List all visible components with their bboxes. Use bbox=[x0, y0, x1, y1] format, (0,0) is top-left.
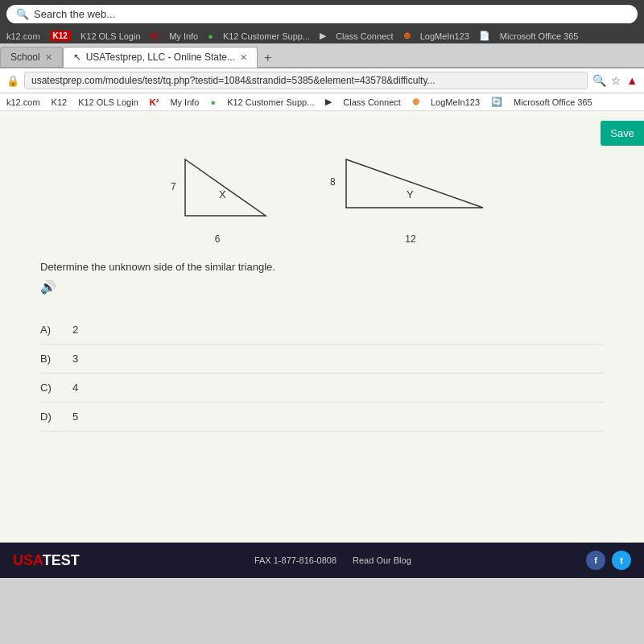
footer-blog[interactable]: Read Our Blog bbox=[353, 555, 411, 565]
nav2-microsoft-office[interactable]: Microsoft Office 365 bbox=[514, 97, 592, 107]
question-area: 7 X 6 8 Y 12 Determine the u bbox=[0, 111, 644, 448]
tri1-label-x: X bbox=[219, 188, 226, 200]
pdf-icon[interactable]: ▲ bbox=[626, 74, 638, 87]
search-bar-row: 🔍 Search the web... bbox=[0, 0, 644, 28]
browser-frame: 🔍 Search the web... k12.com K12 K12 OLS … bbox=[0, 0, 644, 111]
facebook-icon[interactable]: f bbox=[586, 551, 605, 570]
answer-options: A) 2 B) 3 C) 4 D) 5 bbox=[40, 316, 604, 431]
tab-school-label: School bbox=[10, 52, 40, 63]
address-url: usatestprep.com/modules/test/tq.php?test… bbox=[31, 75, 436, 86]
answer-row-a[interactable]: A) 2 bbox=[40, 316, 604, 345]
lock-icon: 🔒 bbox=[6, 75, 19, 87]
nav2-k12supp-icon: ● bbox=[210, 97, 216, 107]
nav2-k2-icon: K² bbox=[150, 97, 159, 107]
main-content: Save 7 X 6 bbox=[0, 111, 644, 578]
tab-school-close[interactable]: ✕ bbox=[45, 52, 52, 63]
nav2-class-connect[interactable]: Class Connect bbox=[343, 97, 401, 107]
search-placeholder: Search the web... bbox=[34, 8, 115, 20]
answer-value-a: 2 bbox=[72, 324, 78, 336]
answer-label-c: C) bbox=[40, 382, 56, 394]
triangle1-svg: 7 X bbox=[153, 151, 282, 232]
twitter-icon[interactable]: t bbox=[612, 551, 631, 570]
nav-logmein-icon: ⊕ bbox=[403, 31, 411, 41]
nav-microsoft-office[interactable]: Microsoft Office 365 bbox=[500, 31, 579, 41]
answer-label-a: A) bbox=[40, 324, 56, 336]
nav2-msoffice-icon: 🔄 bbox=[491, 97, 502, 107]
tri2-label-top: 8 bbox=[330, 176, 336, 188]
k2-icon: K² bbox=[151, 31, 160, 41]
tri1-label-top: 7 bbox=[171, 181, 176, 192]
audio-icon[interactable]: 🔊 bbox=[40, 279, 56, 295]
answer-value-b: 3 bbox=[72, 353, 78, 365]
answer-row-c[interactable]: C) 4 bbox=[40, 374, 604, 402]
triangle2-container: 8 Y 12 bbox=[330, 151, 491, 245]
k12-badge: K12 bbox=[50, 31, 71, 41]
answer-value-c: 4 bbox=[72, 382, 78, 394]
tab-school[interactable]: School ✕ bbox=[0, 47, 63, 67]
answer-label-b: B) bbox=[40, 353, 56, 365]
nav-k12-customer-supp[interactable]: K12 Customer Supp... bbox=[223, 31, 310, 41]
search-bar[interactable]: 🔍 Search the web... bbox=[6, 5, 638, 23]
search-address-icon[interactable]: 🔍 bbox=[592, 74, 606, 87]
save-button[interactable]: Save bbox=[601, 121, 644, 146]
search-icon: 🔍 bbox=[16, 8, 29, 20]
question-text: Determine the unknown side of the simila… bbox=[40, 261, 604, 273]
answer-label-d: D) bbox=[40, 411, 56, 423]
address-input[interactable]: usatestprep.com/modules/test/tq.php?test… bbox=[24, 72, 588, 89]
footer: USATEST FAX 1-877-816-0808 Read Our Blog… bbox=[0, 543, 644, 578]
tri1-bottom-label: 6 bbox=[215, 233, 221, 245]
nav-k12support-icon: ● bbox=[208, 31, 213, 41]
nav2-logmein123[interactable]: LogMeIn123 bbox=[431, 97, 480, 107]
tab-usatestprep[interactable]: ↖ USATestprep, LLC - Online State... ✕ bbox=[63, 47, 258, 68]
nav-class-connect[interactable]: Class Connect bbox=[336, 31, 394, 41]
footer-fax: FAX 1-877-816-0808 bbox=[254, 555, 336, 565]
nav-classconnect-icon: ▶ bbox=[320, 31, 326, 41]
nav-ols-login[interactable]: K12 OLS Login bbox=[80, 31, 141, 41]
nav2-k12-badge: K12 bbox=[52, 97, 68, 107]
triangle1-container: 7 X 6 bbox=[153, 151, 282, 245]
tabs-row: School ✕ ↖ USATestprep, LLC - Online Sta… bbox=[0, 43, 644, 68]
nav2-k12-customer-supp[interactable]: K12 Customer Supp... bbox=[227, 97, 314, 107]
answer-row-b[interactable]: B) 3 bbox=[40, 345, 604, 374]
nav2-ols-login[interactable]: K12 OLS Login bbox=[78, 97, 138, 107]
answer-value-d: 5 bbox=[72, 411, 78, 423]
footer-brand-prefix: USA bbox=[13, 552, 43, 568]
svg-marker-0 bbox=[185, 159, 266, 216]
tab-cursor-icon: ↖ bbox=[73, 52, 81, 63]
second-nav-bar: k12.com K12 K12 OLS Login K² My Info ● K… bbox=[0, 93, 644, 111]
top-nav-bar: k12.com K12 K12 OLS Login K² My Info ● K… bbox=[0, 28, 644, 43]
tri2-bottom-label: 12 bbox=[405, 233, 415, 245]
tri2-label-y: Y bbox=[407, 188, 414, 200]
triangle2-svg: 8 Y bbox=[330, 151, 491, 232]
footer-links: FAX 1-877-816-0808 Read Our Blog bbox=[254, 555, 411, 565]
tab-usatestprep-label: USATestprep, LLC - Online State... bbox=[86, 52, 235, 63]
address-icons: 🔍 ☆ ▲ bbox=[592, 74, 638, 87]
diagram-area: 7 X 6 8 Y 12 bbox=[40, 151, 604, 245]
nav-k12com[interactable]: k12.com bbox=[6, 31, 40, 41]
nav2-my-info[interactable]: My Info bbox=[170, 97, 199, 107]
nav-msoffice-icon: 📄 bbox=[479, 31, 490, 41]
svg-marker-1 bbox=[346, 159, 483, 208]
footer-brand-suffix: TEST bbox=[43, 552, 80, 568]
star-icon[interactable]: ☆ bbox=[611, 74, 621, 87]
footer-brand: USATEST bbox=[13, 552, 80, 569]
nav-logmein123[interactable]: LogMeIn123 bbox=[420, 31, 469, 41]
address-bar-row: 🔒 usatestprep.com/modules/test/tq.php?te… bbox=[0, 68, 644, 93]
tab-add-button[interactable]: + bbox=[258, 49, 278, 67]
nav-my-info[interactable]: My Info bbox=[169, 31, 198, 41]
nav2-k12com[interactable]: k12.com bbox=[6, 97, 40, 107]
nav2-logmein-icon: ⊕ bbox=[412, 97, 419, 107]
tab-usatestprep-close[interactable]: ✕ bbox=[240, 52, 247, 63]
nav2-classconnect-icon: ▶ bbox=[325, 97, 332, 107]
answer-row-d[interactable]: D) 5 bbox=[40, 402, 604, 431]
footer-social-icons: f t bbox=[586, 551, 631, 570]
